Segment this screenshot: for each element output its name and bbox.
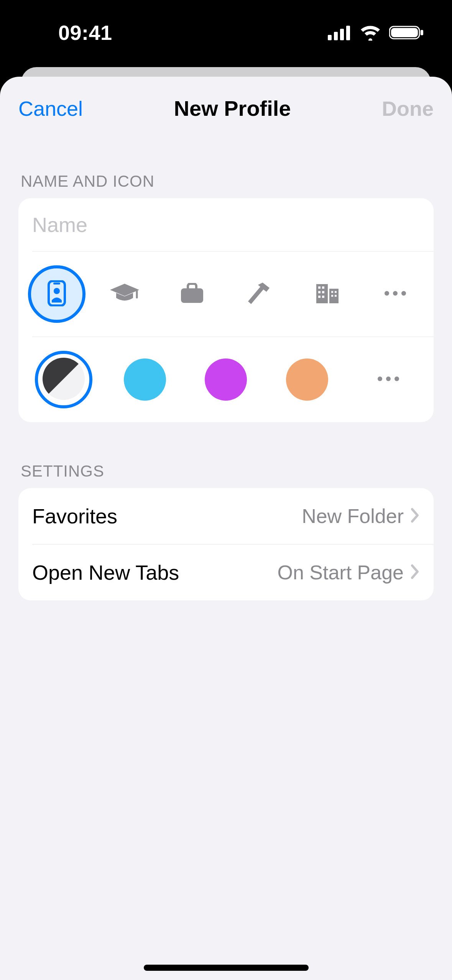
briefcase-icon xyxy=(180,283,204,305)
color-swatch xyxy=(205,358,247,401)
svg-point-30 xyxy=(394,377,399,381)
svg-point-25 xyxy=(401,291,406,296)
icon-picker-row xyxy=(18,252,434,337)
svg-rect-14 xyxy=(322,286,324,289)
color-option-orange[interactable] xyxy=(278,351,336,408)
done-button[interactable]: Done xyxy=(382,97,434,120)
icon-option-hammer[interactable] xyxy=(231,265,289,323)
svg-rect-0 xyxy=(328,35,332,40)
two-tone-swatch-icon xyxy=(43,358,85,401)
cancel-button[interactable]: Cancel xyxy=(18,97,83,120)
id-card-icon xyxy=(47,280,66,308)
icon-option-briefcase[interactable] xyxy=(163,265,221,323)
svg-point-24 xyxy=(393,291,398,296)
cellular-icon xyxy=(328,25,352,40)
color-swatch xyxy=(286,358,328,401)
group-name-and-icon xyxy=(18,198,434,422)
svg-rect-3 xyxy=(346,26,350,40)
settings-label: Open New Tabs xyxy=(32,561,179,584)
svg-rect-15 xyxy=(318,291,321,293)
group-settings: Favorites New Folder Open New Tabs On St… xyxy=(18,488,434,600)
svg-rect-9 xyxy=(53,283,60,284)
settings-row-favorites[interactable]: Favorites New Folder xyxy=(18,488,434,544)
svg-rect-1 xyxy=(334,32,338,40)
svg-rect-12 xyxy=(329,289,339,303)
color-option-purple[interactable] xyxy=(197,351,255,408)
svg-rect-20 xyxy=(335,291,337,293)
section-header-name-icon: NAME AND ICON xyxy=(18,132,434,198)
svg-rect-18 xyxy=(322,296,324,298)
color-option-more[interactable] xyxy=(360,351,417,408)
color-picker-row xyxy=(18,337,434,422)
color-option-two-tone[interactable] xyxy=(35,351,92,408)
icon-option-id-card[interactable] xyxy=(28,265,85,323)
color-swatch xyxy=(124,358,166,401)
settings-value: New Folder xyxy=(302,505,404,528)
svg-rect-17 xyxy=(318,296,321,298)
color-option-blue[interactable] xyxy=(116,351,174,408)
settings-value: On Start Page xyxy=(277,561,404,584)
icon-option-graduation[interactable] xyxy=(96,265,153,323)
settings-label: Favorites xyxy=(32,504,117,528)
page-title: New Profile xyxy=(174,96,291,121)
settings-row-open-new-tabs[interactable]: Open New Tabs On Start Page xyxy=(18,544,434,600)
profile-name-input[interactable] xyxy=(32,213,420,237)
hammer-icon xyxy=(247,281,273,307)
name-row xyxy=(18,198,434,251)
svg-rect-19 xyxy=(331,291,333,293)
status-icons xyxy=(328,25,424,41)
status-bar: 09:41 xyxy=(0,0,452,65)
svg-rect-2 xyxy=(340,29,344,40)
modal-sheet: Cancel New Profile Done NAME AND ICON xyxy=(0,77,452,980)
home-indicator xyxy=(144,965,309,971)
svg-rect-6 xyxy=(421,30,423,35)
svg-point-23 xyxy=(385,291,389,296)
svg-point-29 xyxy=(386,377,391,381)
battery-icon xyxy=(389,25,424,41)
svg-rect-21 xyxy=(331,295,333,297)
svg-rect-10 xyxy=(181,288,203,303)
svg-rect-22 xyxy=(335,295,337,297)
graduation-cap-icon xyxy=(109,283,140,305)
icon-option-building[interactable] xyxy=(299,265,356,323)
svg-point-28 xyxy=(378,377,382,381)
ellipsis-icon xyxy=(384,291,407,298)
chevron-right-icon xyxy=(411,508,420,525)
svg-point-8 xyxy=(54,288,60,294)
ellipsis-icon xyxy=(377,376,400,383)
nav-bar: Cancel New Profile Done xyxy=(0,77,452,132)
icon-option-more[interactable] xyxy=(367,265,424,323)
svg-rect-13 xyxy=(318,286,321,289)
building-icon xyxy=(315,283,340,306)
svg-rect-5 xyxy=(391,28,418,37)
svg-rect-16 xyxy=(322,291,324,293)
chevron-right-icon xyxy=(411,564,420,581)
wifi-icon xyxy=(359,25,381,41)
section-header-settings: SETTINGS xyxy=(18,422,434,488)
status-time: 09:41 xyxy=(28,21,112,44)
